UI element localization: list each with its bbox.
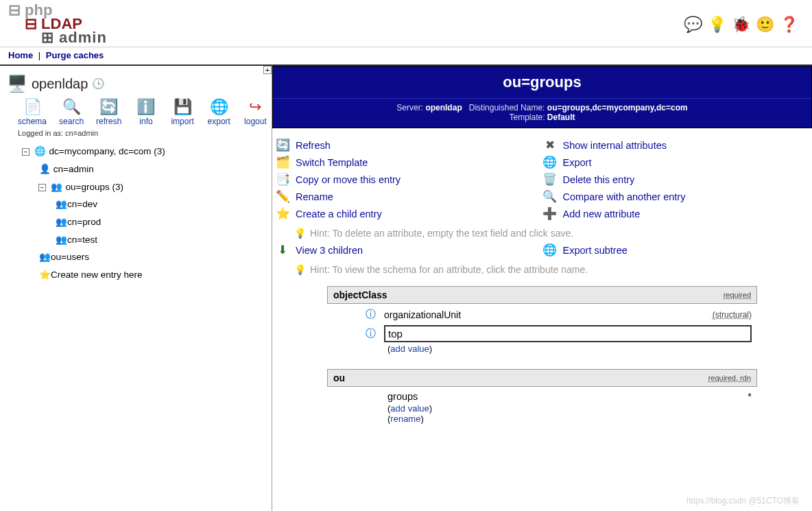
help-icon[interactable]: ❓ <box>780 16 798 34</box>
toolbar-search[interactable]: 🔍search <box>59 97 84 126</box>
search-icon: 🔍 <box>62 97 81 117</box>
nav-separator: | <box>36 50 43 60</box>
clock-icon[interactable]: 🕓 <box>92 78 105 90</box>
action-compare-label[interactable]: Compare with another entry <box>563 191 686 202</box>
action-copy-move-label[interactable]: Copy or move this entry <box>296 174 401 185</box>
lightbulb-icon[interactable]: 💡 <box>708 16 726 34</box>
group-icon: 👥 <box>55 213 67 231</box>
tree-ou-groups[interactable]: − 👥 ou=groups (3) <box>38 178 267 196</box>
tree-cn-test-label[interactable]: cn=test <box>67 235 97 245</box>
help-request-icon[interactable]: 💬 <box>684 16 702 34</box>
attr-ou-addvalue[interactable]: add value <box>390 403 429 414</box>
action-add-attr[interactable]: ➕Add new attribute <box>542 205 810 222</box>
export-icon: 🌐 <box>542 243 558 257</box>
server-title: 🖥️ openldap 🕓 <box>7 74 267 93</box>
nav-purge-caches[interactable]: Purge caches <box>46 50 104 60</box>
action-export-subtree[interactable]: 🌐Export subtree <box>542 241 810 259</box>
attr-ou-head: ou required, rdn <box>327 369 757 387</box>
tree-cn-prod-label[interactable]: cn=prod <box>67 217 101 227</box>
tree-ou-users-label[interactable]: ou=users <box>51 252 89 262</box>
action-refresh-label[interactable]: Refresh <box>296 140 331 151</box>
toolbar-import[interactable]: 💾import <box>171 97 195 126</box>
attr-ou-links: (add value) (rename) <box>327 402 757 431</box>
sidebar-collapse-icon[interactable]: + <box>263 66 272 74</box>
action-create-child-label[interactable]: Create a child entry <box>296 209 382 219</box>
tree-create-new[interactable]: ⭐Create new entry here <box>38 266 267 284</box>
tree-cn-test[interactable]: 👥cn=test <box>55 231 267 249</box>
nav-home[interactable]: Home <box>8 50 33 60</box>
hint-schema-text: Hint: To view the schema for an attribut… <box>310 264 588 275</box>
attr-ou-val-text: groups <box>387 391 418 402</box>
group-icon: 👥 <box>55 231 67 249</box>
tree-ou-users[interactable]: 👥ou=users <box>38 248 267 266</box>
action-delete-label[interactable]: Delete this entry <box>563 174 635 185</box>
down-arrow-icon: ⬇ <box>275 243 290 257</box>
info-icon[interactable]: ⓘ <box>366 327 376 340</box>
star-icon: ⭐ <box>38 266 51 284</box>
tree-cn-dev[interactable]: 👥cn=dev <box>55 195 267 213</box>
tree-root[interactable]: − 🌐 dc=mycompany, dc=com (3) <box>22 143 267 161</box>
action-switch-template-label[interactable]: Switch Template <box>296 157 368 168</box>
action-create-child[interactable]: ⭐Create a child entry <box>275 205 542 222</box>
ldap-tree: − 🌐 dc=mycompany, dc=com (3) 👤 cn=admin … <box>22 143 267 283</box>
add-icon: ➕ <box>542 206 558 221</box>
toolbar-export[interactable]: 🌐export <box>207 97 231 126</box>
logo-line3: ⊞ admin <box>41 31 107 45</box>
group-icon: 👥 <box>55 195 67 213</box>
action-switch-template[interactable]: 🗂️Switch Template <box>275 154 542 171</box>
action-refresh[interactable]: 🔄Refresh <box>275 136 542 154</box>
attr-ou-rename[interactable]: rename <box>390 414 420 424</box>
group-icon: 👥 <box>38 248 51 266</box>
action-add-attr-label[interactable]: Add new attribute <box>563 209 641 219</box>
action-view-children[interactable]: ⬇View 3 children <box>275 241 542 259</box>
tree-cn-dev-label[interactable]: cn=dev <box>67 199 97 209</box>
action-copy-move[interactable]: 📑Copy or move this entry <box>275 171 542 188</box>
meta-dn-label: Distinguished Name: <box>469 103 545 112</box>
toolbar-refresh[interactable]: 🔄refresh <box>96 97 121 126</box>
tree-ou-groups-label[interactable]: ou=groups (3) <box>66 182 123 192</box>
action-export-label[interactable]: Export <box>563 157 592 168</box>
lightbulb-icon: 💡 <box>294 228 310 239</box>
attr-ou-name[interactable]: ou <box>333 372 345 383</box>
tree-cn-admin-label[interactable]: cn=admin <box>53 164 94 174</box>
bug-icon[interactable]: 🐞 <box>732 16 750 34</box>
toolbar-logout[interactable]: ↪logout <box>243 97 267 126</box>
meta-tpl-label: Template: <box>509 112 545 122</box>
action-rename-label[interactable]: Rename <box>296 191 333 202</box>
tree-cn-admin[interactable]: 👤 cn=admin <box>38 161 267 178</box>
toolbar-logout-label: logout <box>244 117 267 126</box>
attr-objectclass-structural: (structural) <box>713 310 752 320</box>
smiley-icon[interactable]: 🙂 <box>756 16 774 34</box>
action-compare[interactable]: 🔍Compare with another entry <box>542 188 810 205</box>
attr-ou-required: required, rdn <box>708 374 751 382</box>
watermark: https://blog.csdn @51CTO博客 <box>686 495 800 507</box>
tree-collapse-icon[interactable]: − <box>22 148 29 156</box>
attr-objectclass-val1-text: organizationalUnit <box>384 309 704 320</box>
action-export-subtree-label[interactable]: Export subtree <box>563 245 628 256</box>
action-view-children-label[interactable]: View 3 children <box>296 245 363 256</box>
action-rename[interactable]: ✏️Rename <box>275 188 542 205</box>
template-icon: 🗂️ <box>275 155 290 169</box>
action-export[interactable]: 🌐Export <box>542 154 810 171</box>
toolbar-info[interactable]: ℹ️info <box>134 97 158 126</box>
toolbar-schema[interactable]: 📄schema <box>18 97 47 126</box>
attr-objectclass-val2: ⓘ <box>327 321 757 342</box>
tree-collapse-icon[interactable]: − <box>38 184 46 191</box>
entry-actions: 🔄Refresh 🗂️Switch Template 📑Copy or move… <box>272 128 812 225</box>
attr-objectclass-name[interactable]: objectClass <box>333 289 387 300</box>
action-show-internal[interactable]: ✖Show internal attributes <box>542 136 810 154</box>
action-show-internal-label[interactable]: Show internal attributes <box>563 140 667 151</box>
info-icon[interactable]: ⓘ <box>366 308 376 321</box>
tree-create-new-label[interactable]: Create new entry here <box>51 270 143 280</box>
action-delete[interactable]: 🗑️Delete this entry <box>542 171 810 188</box>
tree-root-label[interactable]: dc=mycompany, dc=com (3) <box>49 146 165 156</box>
attr-objectclass-addvalue[interactable]: add value <box>390 344 429 354</box>
star-icon: ⭐ <box>275 206 290 221</box>
attr-objectclass-val2-input[interactable] <box>384 325 752 342</box>
hint-delete-text: Hint: To delete an attribute, empty the … <box>310 228 573 239</box>
info-icon: ℹ️ <box>136 97 156 117</box>
login-status: Logged in as: cn=admin <box>18 129 267 137</box>
toolbar-refresh-label: refresh <box>96 117 121 126</box>
schema-icon: 📄 <box>23 97 42 117</box>
tree-cn-prod[interactable]: 👥cn=prod <box>55 213 267 231</box>
